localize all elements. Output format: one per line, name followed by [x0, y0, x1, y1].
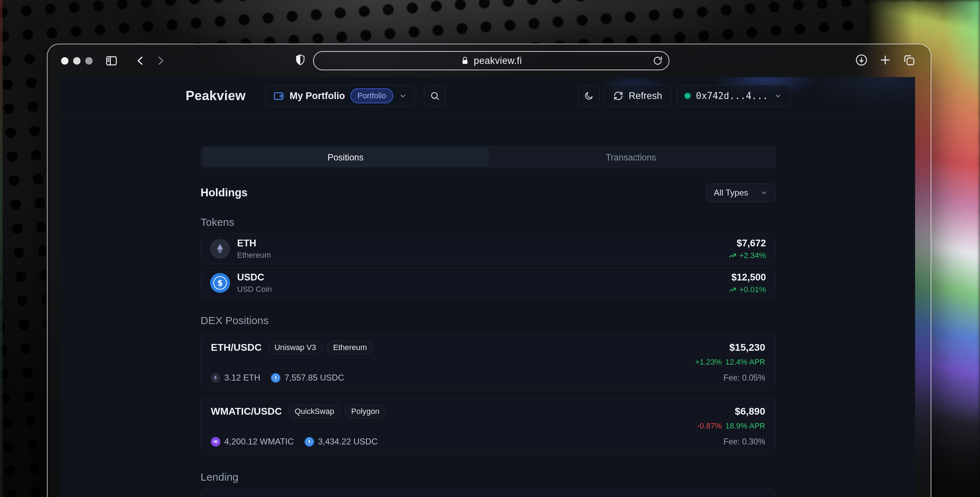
window-close-button[interactable]	[61, 57, 68, 65]
token-amount: 4,200.12 WMATIC	[224, 436, 294, 447]
shield-icon	[294, 53, 306, 67]
token-symbol: ETH	[237, 238, 271, 249]
holdings-title: Holdings	[200, 186, 248, 199]
moon-icon	[584, 91, 594, 101]
forward-button[interactable]	[154, 54, 167, 67]
refresh-icon	[613, 91, 623, 101]
window-zoom-button[interactable]	[85, 57, 93, 65]
section-title-tokens: Tokens	[200, 216, 776, 228]
chain-badge: Ethereum	[327, 341, 374, 354]
wallet-icon	[273, 90, 284, 102]
screen-edge-glint	[0, 0, 3, 497]
dex-row-eth-usdc[interactable]: ETH/USDC Uniswap V3 Ethereum $15,230 +1.…	[200, 332, 776, 391]
token-value: $12,500	[729, 272, 766, 283]
fee-label: Fee: 0.05%	[723, 373, 765, 383]
plus-icon	[878, 53, 892, 67]
toolbar-right-actions	[855, 53, 916, 67]
usdc-icon: $	[271, 373, 280, 383]
window-minimize-button[interactable]	[73, 57, 81, 65]
token-row-eth[interactable]: ETH Ethereum $7,672 +2.34%	[200, 234, 776, 264]
usdc-icon: $	[305, 437, 314, 447]
token-amount: 3.12 ETH	[224, 373, 260, 383]
back-button[interactable]	[134, 54, 147, 67]
browser-window: peakview.fi	[47, 44, 931, 497]
positions-transactions-tabs: Positions Transactions	[200, 146, 776, 168]
chain-badge: Polygon	[345, 405, 386, 418]
webpage: Peakview My Portfolio Portfolio	[61, 77, 915, 497]
wallet-address-button[interactable]: 0x742d...4...	[676, 85, 791, 107]
site-logo: Peakview	[186, 88, 246, 103]
eth-icon	[211, 373, 220, 383]
refresh-label: Refresh	[628, 91, 662, 102]
tab-positions[interactable]: Positions	[203, 148, 488, 166]
chevron-down-icon	[760, 189, 768, 197]
site-header: Peakview My Portfolio Portfolio	[61, 77, 915, 115]
position-change: -0.87%	[697, 421, 722, 431]
chevron-down-icon	[774, 92, 782, 100]
chevron-left-icon	[134, 54, 147, 67]
tokens-list: ETH Ethereum $7,672 +2.34%	[200, 234, 776, 298]
token-amount: 7,557.85 USDC	[284, 373, 344, 383]
polygon-icon: ∞	[211, 437, 220, 447]
lending-list: aETH Aave V3 Supply $8,450 2.9% APY	[200, 489, 776, 497]
token-change: +2.34%	[739, 251, 766, 260]
tab-overview-icon	[902, 53, 916, 67]
search-icon	[430, 91, 440, 101]
chevron-right-icon	[154, 54, 167, 67]
token-symbol: USDC	[237, 272, 272, 283]
protocol-badge: QuickSwap	[288, 405, 340, 418]
download-icon	[855, 53, 868, 67]
downloads-button[interactable]	[855, 53, 868, 67]
reload-icon	[652, 56, 663, 66]
search-button[interactable]	[424, 85, 446, 107]
lending-row-aeth[interactable]: aETH Aave V3 Supply $8,450 2.9% APY	[200, 489, 776, 497]
dex-positions-list: ETH/USDC Uniswap V3 Ethereum $15,230 +1.…	[200, 332, 776, 455]
position-change: +1.23%	[695, 357, 722, 367]
token-row-usdc[interactable]: $ USDC USD Coin $12,500	[200, 268, 776, 298]
reload-button[interactable]	[652, 56, 663, 66]
portfolio-switcher-label: My Portfolio	[290, 91, 345, 102]
wallet-address: 0x742d...4...	[696, 91, 768, 101]
trending-up-icon	[729, 286, 737, 293]
fee-label: Fee: 0.30%	[723, 437, 765, 447]
dex-row-wmatic-usdc[interactable]: WMATIC/USDC QuickSwap Polygon $6,890 -0.…	[200, 396, 776, 455]
main-content: Positions Transactions Holdings All Type…	[200, 146, 776, 497]
token-change: +0.01%	[739, 285, 766, 294]
position-value: $6,890	[735, 406, 765, 417]
screen: peakview.fi	[0, 0, 980, 497]
url-text: peakview.fi	[474, 56, 522, 66]
panel-left-icon	[104, 54, 119, 67]
portfolio-badge: Portfolio	[350, 88, 393, 103]
chevron-down-icon	[399, 92, 407, 100]
trending-up-icon	[729, 252, 737, 260]
type-filter-value: All Types	[714, 188, 748, 198]
window-controls	[61, 57, 93, 65]
token-name: USD Coin	[237, 285, 272, 294]
privacy-shield-icon[interactable]	[294, 53, 306, 67]
tab-transactions[interactable]: Transactions	[488, 148, 773, 166]
position-apr: 12.4% APR	[725, 357, 765, 367]
sidebar-toggle-button[interactable]	[104, 54, 119, 67]
position-value: $15,230	[729, 342, 765, 353]
refresh-button[interactable]: Refresh	[604, 85, 671, 107]
section-title-dex: DEX Positions	[200, 315, 776, 327]
holdings-header-row: Holdings All Types	[200, 183, 776, 202]
lock-icon	[461, 56, 469, 65]
portfolio-switcher[interactable]: My Portfolio Portfolio	[266, 85, 415, 107]
browser-toolbar: peakview.fi	[48, 45, 931, 77]
position-apr: 18.9% APR	[725, 421, 765, 431]
token-name: Ethereum	[237, 251, 271, 260]
new-tab-button[interactable]	[878, 53, 892, 67]
eth-icon	[210, 239, 230, 259]
type-filter-select[interactable]: All Types	[706, 183, 776, 202]
address-bar[interactable]: peakview.fi	[313, 51, 670, 70]
usdc-icon: $	[210, 273, 230, 293]
connection-status-dot	[685, 93, 690, 99]
token-amount: 3,434.22 USDC	[318, 436, 378, 447]
pair-name: WMATIC/USDC	[211, 406, 282, 417]
theme-toggle-button[interactable]	[578, 85, 600, 107]
tab-overview-button[interactable]	[902, 53, 916, 67]
pair-name: ETH/USDC	[211, 342, 262, 353]
protocol-badge: Uniswap V3	[268, 341, 322, 354]
section-title-lending: Lending	[200, 471, 776, 483]
